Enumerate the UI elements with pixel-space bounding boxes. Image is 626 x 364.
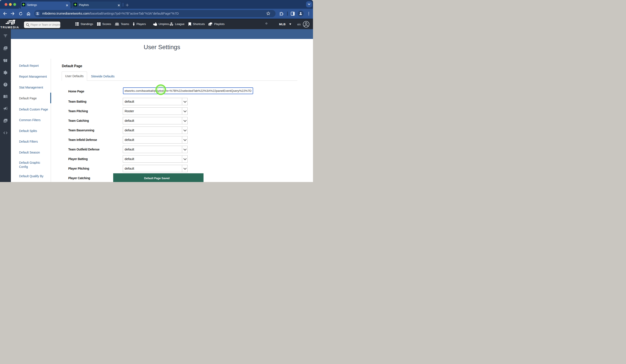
svg-text:?: ?: [4, 83, 6, 86]
